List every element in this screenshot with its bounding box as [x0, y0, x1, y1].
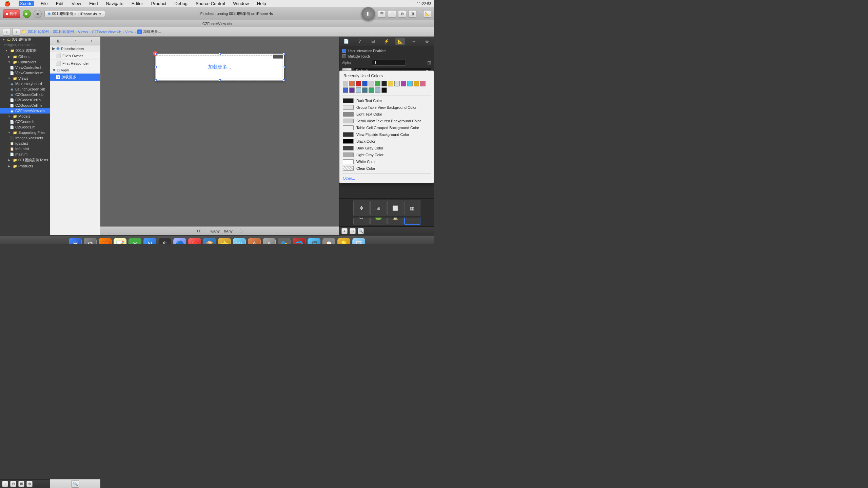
inspector-tab-attributes[interactable]: ⚡ [382, 38, 391, 45]
ib-first-responder[interactable]: ⬜ First Responder [50, 60, 100, 67]
color-light-gray[interactable]: Light Gray Color [339, 151, 434, 158]
swatch-gold[interactable] [414, 81, 419, 86]
resize-tl[interactable] [155, 53, 157, 55]
dock-firefox[interactable]: 🦊 [99, 238, 112, 244]
dock-app2[interactable]: 🔴 [188, 238, 201, 244]
dock-app13[interactable]: 🖼 [352, 238, 365, 244]
resize-bl[interactable] [155, 79, 157, 81]
swatch-pink[interactable] [420, 81, 426, 86]
breadcrumb-2[interactable]: 001团购案例 [53, 29, 74, 34]
ib-forward[interactable]: › [88, 37, 96, 45]
menubar-edit[interactable]: Edit [55, 1, 65, 6]
nav-viewcontroller-m[interactable]: 📄 ViewController.m [0, 70, 50, 76]
nav-main-storyboard[interactable]: ◉ Main.storyboard [0, 81, 50, 86]
dock-app6[interactable]: A [248, 238, 261, 244]
nav-controllers[interactable]: ▼ 📁 Controllers [0, 59, 50, 65]
run-button[interactable]: ▶ [23, 10, 31, 18]
nav-others[interactable]: ▶ 📁 Others [0, 54, 50, 59]
dock-app4[interactable]: ⭐ [218, 238, 231, 244]
nav-forward[interactable]: › [12, 28, 20, 36]
dock-notes[interactable]: 📝 [114, 238, 126, 244]
nav-czfooterview-xib[interactable]: ◉ CZFooterView.xib [0, 108, 50, 114]
dock-app3[interactable]: 📦 [203, 238, 216, 244]
breadcrumb-4[interactable]: CZFooterView.xib [92, 30, 121, 34]
color-light-text[interactable]: Light Text Color [339, 111, 434, 118]
nav-launchscreen[interactable]: ◉ LaunchScreen.xib [0, 86, 50, 92]
dock-app8[interactable]: 🎭 [278, 238, 291, 244]
swatch-blue[interactable] [362, 81, 368, 86]
dock-app10[interactable]: 🎵 [308, 238, 320, 244]
nav-group-root[interactable]: ▼ 📁 001团购案例 [0, 47, 50, 54]
nav-czgoodscell-xib[interactable]: ◉ CZGoodsCell.xib [0, 92, 50, 97]
obj-icon-5[interactable]: ✤ [353, 200, 370, 216]
obj-icon-8[interactable]: ▦ [404, 200, 420, 216]
ib-button[interactable]: B 加载更多... [50, 74, 100, 81]
editor-version[interactable]: ⊞ [408, 10, 416, 18]
swatch-pale[interactable] [375, 87, 380, 93]
size-class-selector[interactable]: w wAny h hAny [207, 229, 233, 233]
obj-icon-7[interactable]: ⬜ [387, 200, 403, 216]
nav-czgoodscell-h[interactable]: 📄 CZGoodsCell.h [0, 97, 50, 103]
resize-br[interactable] [283, 79, 285, 81]
dock-excel[interactable]: ✕ [129, 238, 141, 244]
breadcrumb-6[interactable]: 加载更多... [143, 29, 161, 34]
swatch-sea[interactable] [369, 87, 374, 93]
inspector-tab-bindings[interactable]: ⊕ [422, 38, 432, 45]
menubar-product[interactable]: Product [150, 1, 168, 6]
swatch-yellow[interactable] [388, 81, 393, 86]
stop-button[interactable]: ■ 暂停 [3, 9, 20, 18]
swatch-red[interactable] [356, 81, 361, 86]
nav-images-xcassets[interactable]: ⬛ Images.xcassets [0, 135, 50, 141]
nav-czgoodscell-m[interactable]: 📄 CZGoodsCell.m [0, 103, 50, 108]
swatch-darkblue[interactable] [343, 87, 348, 93]
pause-overlay-button[interactable]: ⏸ [361, 7, 375, 21]
nav-supporting-files[interactable]: ▼ 📁 Supporting Files [0, 130, 50, 135]
dock-onenote[interactable]: N [143, 238, 156, 244]
swatch-gray[interactable] [343, 81, 348, 86]
menubar-help[interactable]: Help [256, 1, 268, 6]
swatch-black[interactable] [381, 87, 387, 93]
nav-viewcontroller-h[interactable]: 📄 ViewController.h [0, 65, 50, 70]
scheme-selector[interactable]: ◉ 001团购案例 ▸ | iPhone 4s ▼ [44, 10, 105, 17]
inspector-tab-id[interactable]: ⊟ [369, 38, 378, 45]
color-dark-text[interactable]: Dark Text Color [339, 97, 434, 104]
swatch-lightblue[interactable] [356, 87, 361, 93]
editor-standard[interactable]: ⬜ [388, 10, 396, 18]
color-view-flipside[interactable]: View Flipside Background Color [339, 131, 434, 138]
resize-left[interactable] [155, 66, 157, 68]
breadcrumb-1[interactable]: 001团购案例 [28, 29, 49, 34]
dock-app12[interactable]: 💡 [337, 238, 350, 244]
nav-main-m[interactable]: 📄 main.m [0, 151, 50, 157]
obj-icon-6[interactable]: ⊞ [370, 200, 387, 216]
swatch-lightgray[interactable] [394, 81, 400, 86]
color-black[interactable]: Black Color [339, 138, 434, 145]
other-colors-btn[interactable]: Other... [339, 175, 434, 183]
inspector-toggle[interactable]: 📐 [423, 10, 431, 18]
menubar-debug[interactable]: Debug [173, 1, 189, 6]
color-clear[interactable]: Clear Color [339, 165, 434, 172]
ib-view[interactable]: ▼ □ View [50, 67, 100, 74]
navigator-toggle[interactable]: ☰ [378, 10, 386, 18]
breadcrumb-3[interactable]: Views [78, 30, 88, 34]
dock-sysprefs[interactable]: ⚙ [84, 238, 97, 244]
menubar-find[interactable]: Find [88, 1, 99, 6]
editor-assistant[interactable]: ⧉ [398, 10, 406, 18]
user-interaction-checkbox[interactable] [342, 49, 346, 53]
apple-menu[interactable]: 🍎 [3, 1, 12, 7]
nav-products[interactable]: ▶ 📁 Products [0, 163, 50, 169]
color-white[interactable]: White Color [339, 158, 434, 165]
menubar-view[interactable]: View [70, 1, 82, 6]
resize-right[interactable] [283, 66, 285, 68]
color-table-cell[interactable]: Table Cell Grouped Background Color [339, 124, 434, 131]
nav-czgoods-h[interactable]: 📄 CZGoods.h [0, 119, 50, 124]
resize-top[interactable] [219, 53, 221, 55]
breadcrumb-5[interactable]: View [125, 30, 133, 34]
nav-views[interactable]: ▼ 📁 Views [0, 76, 50, 81]
inspector-tab-file[interactable]: 📄 [341, 38, 351, 45]
nav-project-header[interactable]: ▼ 🗂 001团购案例 [0, 37, 50, 43]
multiple-touch-checkbox[interactable] [342, 54, 346, 58]
menubar-window[interactable]: Window [232, 1, 250, 6]
color-dark-gray[interactable]: Dark Gray Color [339, 145, 434, 151]
insp-search-btn[interactable]: 🔍 [358, 228, 364, 234]
nav-tests[interactable]: ▶ 📁 001团购案例Tests [0, 157, 50, 163]
